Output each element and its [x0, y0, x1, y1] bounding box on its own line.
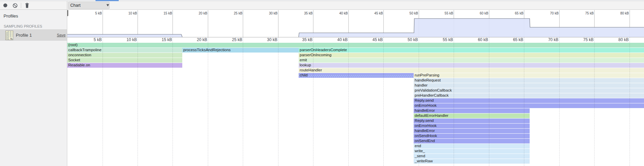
svg-text:%: %: [10, 37, 13, 40]
